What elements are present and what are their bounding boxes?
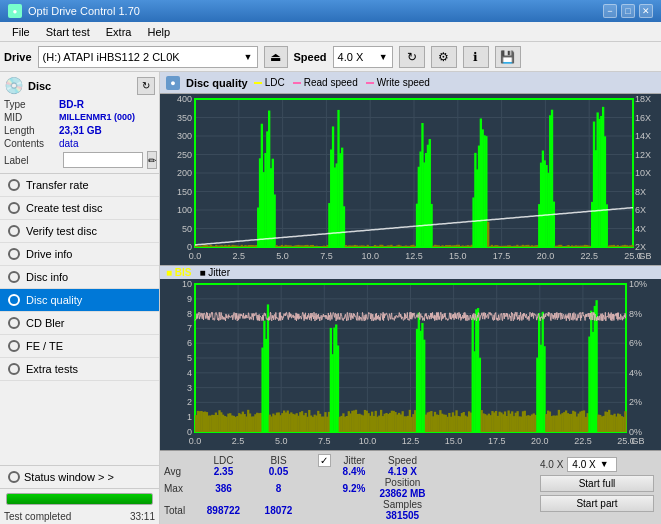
avg-jitter: 8.4% [330, 466, 375, 477]
progress-area [0, 489, 159, 509]
sidebar-item-disc-quality[interactable]: Disc quality [0, 289, 159, 312]
chart-legend: LDC Read speed Write speed [254, 77, 430, 88]
dq-title: Disc quality [186, 77, 248, 89]
status-bar-left: Status window > > Test completed 33:11 [0, 465, 159, 524]
disc-info-icon [8, 271, 20, 283]
read-speed-legend-label: Read speed [304, 77, 358, 88]
disc-refresh-button[interactable]: ↻ [137, 77, 155, 95]
elapsed-time: 33:11 [130, 511, 155, 522]
settings-button[interactable]: ⚙ [431, 46, 457, 68]
speed-select[interactable]: 4.0 X ▼ [333, 46, 393, 68]
total-label: Total [164, 499, 196, 521]
disc-info-table: Type BD-R MID MILLENMR1 (000) Length 23,… [4, 99, 155, 169]
bottom-chart [160, 279, 661, 450]
max-bis: 8 [251, 477, 306, 499]
label-label: Label [4, 155, 59, 166]
cd-bler-icon [8, 317, 20, 329]
dq-icon: ● [166, 76, 180, 90]
menubar: File Start test Extra Help [0, 22, 661, 42]
sidebar-item-cd-bler[interactable]: CD Bler [0, 312, 159, 335]
drive-info-label: Drive info [26, 248, 72, 260]
bottom-chart-wrapper [160, 279, 661, 450]
app-title: Opti Drive Control 1.70 [28, 5, 140, 17]
speed-label: Speed [294, 51, 327, 63]
verify-test-icon [8, 225, 20, 237]
speed-text: 4.0 X [540, 459, 563, 470]
drive-label: Drive [4, 51, 32, 63]
total-ldc: 898722 [196, 499, 251, 521]
label-input[interactable] [63, 152, 143, 168]
mid-label: MID [4, 112, 59, 123]
disc-info-label: Disc info [26, 271, 68, 283]
progress-bar-outer [6, 493, 153, 505]
sidebar-item-disc-info[interactable]: Disc info [0, 266, 159, 289]
total-bis: 18072 [251, 499, 306, 521]
jitter-checkbox[interactable]: ✓ [318, 454, 330, 466]
read-speed-legend-dot [293, 82, 301, 84]
menu-start-test[interactable]: Start test [38, 24, 98, 40]
mid-value: MILLENMR1 (000) [59, 112, 135, 123]
status-window-icon [8, 471, 20, 483]
menu-help[interactable]: Help [139, 24, 178, 40]
samples-cell: Samples 381505 [375, 499, 430, 521]
drive-info-icon [8, 248, 20, 260]
sidebar-item-create-test-disc[interactable]: Create test disc [0, 197, 159, 220]
stats-data-table: LDC BIS ✓ Jitter Speed Avg 2.35 [164, 454, 430, 522]
max-ldc: 386 [196, 477, 251, 499]
verify-test-label: Verify test disc [26, 225, 97, 237]
position-text: Position [385, 477, 421, 488]
bis-legend: ■ BIS ■ Jitter [160, 265, 661, 279]
drivebar: Drive (H:) ATAPI iHBS112 2 CL0K ▼ ⏏ Spee… [0, 42, 661, 72]
sidebar: 💿 Disc ↻ Type BD-R MID MILLENMR1 (000) L… [0, 72, 160, 524]
write-speed-legend-dot [366, 82, 374, 84]
bis-label: ■ BIS [166, 267, 192, 278]
disc-quality-label: Disc quality [26, 294, 82, 306]
info-button[interactable]: ℹ [463, 46, 489, 68]
menu-file[interactable]: File [4, 24, 38, 40]
right-panel: 4.0 X 4.0 X ▼ Start full Start part [537, 454, 657, 522]
avg-bis: 0.05 [251, 466, 306, 477]
type-label: Type [4, 99, 59, 110]
start-full-button[interactable]: Start full [540, 475, 654, 492]
jitter-label: ■ Jitter [200, 267, 231, 278]
create-test-icon [8, 202, 20, 214]
start-part-button[interactable]: Start part [540, 495, 654, 512]
label-edit-button[interactable]: ✏ [147, 151, 157, 169]
drive-select[interactable]: (H:) ATAPI iHBS112 2 CL0K ▼ [38, 46, 258, 68]
sidebar-item-drive-info[interactable]: Drive info [0, 243, 159, 266]
nav-items: Transfer rate Create test disc Verify te… [0, 174, 159, 381]
stats-table: LDC BIS ✓ Jitter Speed Avg 2.35 [164, 454, 533, 522]
speed-row: 4.0 X 4.0 X ▼ [540, 457, 654, 472]
avg-label: Avg [164, 466, 196, 477]
eject-button[interactable]: ⏏ [264, 46, 288, 68]
position-value: 23862 MB [379, 488, 425, 499]
speed-dropdown[interactable]: 4.0 X ▼ [567, 457, 617, 472]
close-button[interactable]: ✕ [639, 4, 653, 18]
sidebar-item-fe-te[interactable]: FE / TE [0, 335, 159, 358]
sidebar-item-extra-tests[interactable]: Extra tests [0, 358, 159, 381]
refresh-button[interactable]: ↻ [399, 46, 425, 68]
transfer-rate-icon [8, 179, 20, 191]
minimize-button[interactable]: − [603, 4, 617, 18]
menu-extra[interactable]: Extra [98, 24, 140, 40]
transfer-rate-label: Transfer rate [26, 179, 89, 191]
disc-section: 💿 Disc ↻ Type BD-R MID MILLENMR1 (000) L… [0, 72, 159, 174]
max-jitter: 9.2% [330, 477, 375, 499]
status-text: Test completed [4, 511, 71, 522]
disc-heading: Disc [28, 80, 51, 92]
sidebar-item-transfer-rate[interactable]: Transfer rate [0, 174, 159, 197]
extra-tests-icon [8, 363, 20, 375]
maximize-button[interactable]: □ [621, 4, 635, 18]
write-speed-legend-label: Write speed [377, 77, 430, 88]
jitter-col-header: Jitter [330, 454, 375, 466]
status-window-label: Status window > > [24, 471, 114, 483]
samples-value: 381505 [386, 510, 419, 521]
disc-quality-header: ● Disc quality LDC Read speed Write spee… [160, 72, 661, 94]
sidebar-item-verify-test-disc[interactable]: Verify test disc [0, 220, 159, 243]
app-icon: ● [8, 4, 22, 18]
save-button[interactable]: 💾 [495, 46, 521, 68]
status-window-button[interactable]: Status window > > [0, 466, 159, 489]
bis-col-header: BIS [251, 454, 306, 466]
samples-text: Samples [383, 499, 422, 510]
create-test-label: Create test disc [26, 202, 102, 214]
